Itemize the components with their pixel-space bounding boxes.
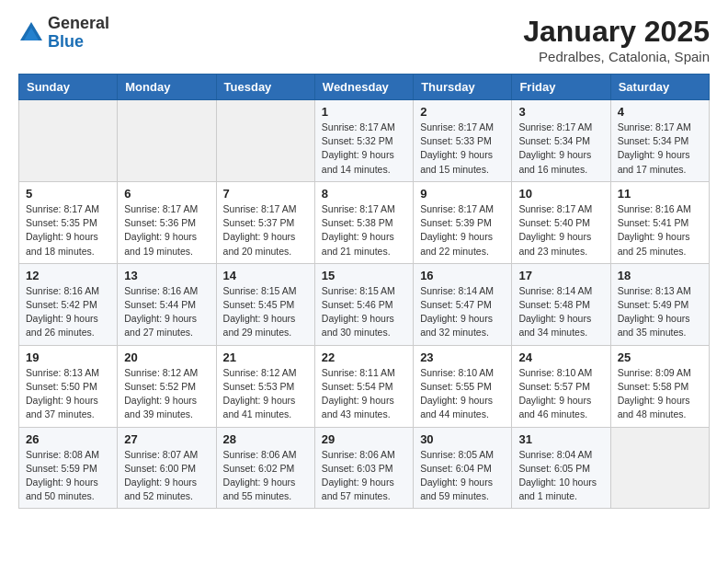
calendar-cell: 24Sunrise: 8:10 AMSunset: 5:57 PMDayligh… [512,345,610,427]
day-info: Sunrise: 8:17 AMSunset: 5:33 PMDaylight:… [420,121,505,177]
calendar-cell: 28Sunrise: 8:06 AMSunset: 6:02 PMDayligh… [216,427,314,509]
day-number: 24 [518,350,603,364]
day-number: 26 [26,432,110,446]
weekday-header-monday: Monday [118,75,216,100]
calendar-cell [216,100,314,182]
calendar-cell: 8Sunrise: 8:17 AMSunset: 5:38 PMDaylight… [314,181,413,263]
weekday-header-saturday: Saturday [610,75,709,100]
logo-general: General [48,15,109,33]
weekday-header-wednesday: Wednesday [314,75,413,100]
logo-text: General Blue [48,15,109,52]
week-row-4: 19Sunrise: 8:13 AMSunset: 5:50 PMDayligh… [19,345,710,427]
day-info: Sunrise: 8:16 AMSunset: 5:44 PMDaylight:… [124,284,209,340]
day-number: 13 [124,269,209,282]
day-info: Sunrise: 8:06 AMSunset: 6:02 PMDaylight:… [223,448,308,504]
calendar-cell: 12Sunrise: 8:16 AMSunset: 5:42 PMDayligh… [19,263,118,345]
calendar-cell: 23Sunrise: 8:10 AMSunset: 5:55 PMDayligh… [414,345,512,427]
day-number: 18 [618,269,702,282]
calendar-cell: 13Sunrise: 8:16 AMSunset: 5:44 PMDayligh… [118,263,216,345]
day-number: 29 [322,432,406,446]
calendar-cell [19,100,118,182]
day-info: Sunrise: 8:14 AMSunset: 5:48 PMDaylight:… [518,284,603,340]
day-number: 22 [322,350,406,364]
calendar-cell: 15Sunrise: 8:15 AMSunset: 5:46 PMDayligh… [314,263,413,345]
day-info: Sunrise: 8:17 AMSunset: 5:34 PMDaylight:… [518,121,603,177]
day-number: 17 [518,269,603,282]
calendar-cell: 7Sunrise: 8:17 AMSunset: 5:37 PMDaylight… [216,181,314,263]
day-info: Sunrise: 8:17 AMSunset: 5:34 PMDaylight:… [618,121,702,177]
calendar-cell: 16Sunrise: 8:14 AMSunset: 5:47 PMDayligh… [414,263,512,345]
calendar-cell: 30Sunrise: 8:05 AMSunset: 6:04 PMDayligh… [414,427,512,509]
day-number: 14 [223,269,308,282]
day-info: Sunrise: 8:12 AMSunset: 5:52 PMDaylight:… [124,366,209,422]
calendar-cell: 21Sunrise: 8:12 AMSunset: 5:53 PMDayligh… [216,345,314,427]
day-info: Sunrise: 8:14 AMSunset: 5:47 PMDaylight:… [420,284,505,340]
calendar-cell: 11Sunrise: 8:16 AMSunset: 5:41 PMDayligh… [610,181,709,263]
day-info: Sunrise: 8:15 AMSunset: 5:45 PMDaylight:… [223,284,308,340]
day-number: 31 [518,432,603,446]
calendar-cell: 6Sunrise: 8:17 AMSunset: 5:36 PMDaylight… [118,181,216,263]
day-number: 11 [618,187,702,201]
day-number: 9 [420,187,505,201]
week-row-3: 12Sunrise: 8:16 AMSunset: 5:42 PMDayligh… [19,263,710,345]
day-number: 16 [420,269,505,282]
month-title: January 2025 [523,15,710,49]
day-number: 6 [124,187,209,201]
calendar-cell: 9Sunrise: 8:17 AMSunset: 5:39 PMDaylight… [414,181,512,263]
day-info: Sunrise: 8:04 AMSunset: 6:05 PMDaylight:… [518,448,603,504]
day-number: 12 [26,269,110,282]
day-number: 25 [618,350,702,364]
weekday-header-sunday: Sunday [19,75,118,100]
day-info: Sunrise: 8:13 AMSunset: 5:49 PMDaylight:… [618,284,702,340]
title-section: January 2025 Pedralbes, Catalonia, Spain [523,15,710,64]
day-info: Sunrise: 8:17 AMSunset: 5:38 PMDaylight:… [322,202,406,259]
calendar-cell: 22Sunrise: 8:11 AMSunset: 5:54 PMDayligh… [314,345,413,427]
day-info: Sunrise: 8:16 AMSunset: 5:41 PMDaylight:… [618,202,702,259]
calendar-cell: 27Sunrise: 8:07 AMSunset: 6:00 PMDayligh… [118,427,216,509]
day-info: Sunrise: 8:16 AMSunset: 5:42 PMDaylight:… [26,284,110,340]
calendar-cell [610,427,709,509]
logo-blue: Blue [48,33,109,52]
day-number: 20 [124,350,209,364]
day-info: Sunrise: 8:17 AMSunset: 5:36 PMDaylight:… [124,202,209,259]
calendar-cell: 26Sunrise: 8:08 AMSunset: 5:59 PMDayligh… [19,427,118,509]
location: Pedralbes, Catalonia, Spain [523,49,710,64]
logo: General Blue [18,15,109,52]
day-info: Sunrise: 8:17 AMSunset: 5:39 PMDaylight:… [420,202,505,259]
day-info: Sunrise: 8:10 AMSunset: 5:57 PMDaylight:… [518,366,603,422]
day-info: Sunrise: 8:13 AMSunset: 5:50 PMDaylight:… [26,366,110,422]
calendar: SundayMondayTuesdayWednesdayThursdayFrid… [18,74,710,509]
day-info: Sunrise: 8:15 AMSunset: 5:46 PMDaylight:… [322,284,406,340]
weekday-header-row: SundayMondayTuesdayWednesdayThursdayFrid… [19,75,710,100]
calendar-cell: 2Sunrise: 8:17 AMSunset: 5:33 PMDaylight… [414,100,512,182]
calendar-cell: 14Sunrise: 8:15 AMSunset: 5:45 PMDayligh… [216,263,314,345]
day-info: Sunrise: 8:06 AMSunset: 6:03 PMDaylight:… [322,448,406,504]
day-number: 8 [322,187,406,201]
calendar-cell: 18Sunrise: 8:13 AMSunset: 5:49 PMDayligh… [610,263,709,345]
day-number: 2 [420,105,505,119]
day-number: 15 [322,269,406,282]
calendar-cell: 25Sunrise: 8:09 AMSunset: 5:58 PMDayligh… [610,345,709,427]
calendar-cell [118,100,216,182]
day-number: 21 [223,350,308,364]
logo-icon [18,20,44,46]
day-info: Sunrise: 8:10 AMSunset: 5:55 PMDaylight:… [420,366,505,422]
weekday-header-thursday: Thursday [414,75,512,100]
day-number: 30 [420,432,505,446]
header: General Blue January 2025 Pedralbes, Cat… [18,15,710,64]
day-number: 1 [322,105,406,119]
day-info: Sunrise: 8:09 AMSunset: 5:58 PMDaylight:… [618,366,702,422]
day-info: Sunrise: 8:17 AMSunset: 5:35 PMDaylight:… [26,202,110,259]
calendar-cell: 31Sunrise: 8:04 AMSunset: 6:05 PMDayligh… [512,427,610,509]
day-info: Sunrise: 8:08 AMSunset: 5:59 PMDaylight:… [26,448,110,504]
calendar-cell: 1Sunrise: 8:17 AMSunset: 5:32 PMDaylight… [314,100,413,182]
day-number: 23 [420,350,505,364]
calendar-cell: 4Sunrise: 8:17 AMSunset: 5:34 PMDaylight… [610,100,709,182]
day-number: 4 [618,105,702,119]
day-info: Sunrise: 8:17 AMSunset: 5:40 PMDaylight:… [518,202,603,259]
day-number: 10 [518,187,603,201]
calendar-cell: 19Sunrise: 8:13 AMSunset: 5:50 PMDayligh… [19,345,118,427]
calendar-cell: 10Sunrise: 8:17 AMSunset: 5:40 PMDayligh… [512,181,610,263]
day-number: 19 [26,350,110,364]
day-info: Sunrise: 8:07 AMSunset: 6:00 PMDaylight:… [124,448,209,504]
